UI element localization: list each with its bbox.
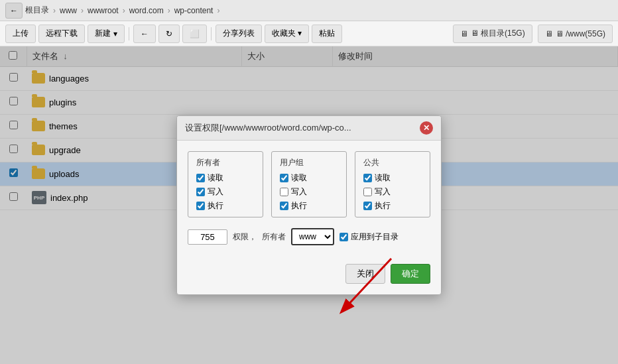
breadcrumb-www: www <box>58 6 78 15</box>
breadcrumb-sep-1: › <box>80 6 85 15</box>
upload-button[interactable]: 上传 <box>5 25 36 43</box>
owner-group-title: 所有者 <box>196 157 255 168</box>
breadcrumb-sep-3: › <box>166 6 172 15</box>
refresh-button[interactable]: ↻ <box>158 25 180 43</box>
owner-prefix-label: 所有者 <box>262 231 286 243</box>
disk1-label: 🖥 根目录(15G) <box>471 28 525 39</box>
new-dropdown-icon: ▾ <box>113 29 117 38</box>
user-execute-item: 执行 <box>280 200 338 212</box>
breadcrumb-sep-4: › <box>216 6 221 15</box>
disk1-icon: 🖥 <box>460 29 468 38</box>
public-write-item: 写入 <box>363 186 422 198</box>
disk2-info: 🖥 🖥 /www(55G) <box>538 25 613 43</box>
public-execute-checkbox[interactable] <box>363 202 372 210</box>
public-write-label: 写入 <box>375 186 391 198</box>
disk2-label: 🖥 /www(55G) <box>556 29 605 38</box>
owner-write-label: 写入 <box>208 186 223 198</box>
new-label: 新建 <box>95 28 111 39</box>
disk-info-area: 🖥 🖥 根目录(15G) 🖥 🖥 /www(55G) <box>453 25 613 43</box>
owner-read-checkbox[interactable] <box>196 174 205 182</box>
public-read-checkbox[interactable] <box>363 174 372 182</box>
apply-sub-label: 应用到子目录 <box>351 231 399 243</box>
user-write-label: 写入 <box>291 186 307 198</box>
toolbar-separator-2 <box>211 27 212 40</box>
owner-execute-checkbox[interactable] <box>196 202 205 210</box>
owner-execute-label: 执行 <box>208 200 223 212</box>
breadcrumb-sep-2: › <box>121 6 127 15</box>
user-read-item: 读取 <box>280 172 338 184</box>
owner-read-item: 读取 <box>196 172 255 184</box>
apply-sub-checkbox[interactable] <box>340 233 348 241</box>
owner-read-label: 读取 <box>208 172 223 184</box>
public-group: 公共 读取 写入 执行 <box>355 151 430 217</box>
user-group-title: 用户组 <box>280 157 338 168</box>
breadcrumb-bar: ← 根目录 › www › wwwroot › word.com › wp-co… <box>0 0 618 21</box>
nav-back-button[interactable]: ← <box>133 25 156 43</box>
perm-code-suffix: 权限， <box>233 231 257 243</box>
perm-code-input[interactable] <box>188 229 227 245</box>
user-execute-label: 执行 <box>291 200 307 212</box>
favorites-button[interactable]: 收藏夹 ▾ <box>265 25 309 43</box>
public-group-title: 公共 <box>363 157 422 168</box>
toolbar-separator-1 <box>129 27 129 40</box>
public-execute-item: 执行 <box>363 200 422 212</box>
public-read-item: 读取 <box>363 172 422 184</box>
red-arrow <box>325 252 404 318</box>
disk2-icon: 🖥 <box>545 29 553 38</box>
owner-execute-item: 执行 <box>196 200 255 212</box>
public-execute-label: 执行 <box>375 200 391 212</box>
breadcrumb-wordcom: word.com <box>128 6 165 15</box>
modal-close-button[interactable]: ✕ <box>420 121 433 135</box>
user-read-checkbox[interactable] <box>280 174 288 182</box>
owner-write-item: 写入 <box>196 186 255 198</box>
back-button[interactable]: ← <box>5 3 23 19</box>
remote-download-button[interactable]: 远程下载 <box>38 25 85 43</box>
permissions-groups: 所有者 读取 写入 执行 <box>188 151 430 217</box>
owner-select[interactable]: www root nginx <box>291 228 334 245</box>
modal-body: 所有者 读取 写入 执行 <box>177 141 441 264</box>
public-read-label: 读取 <box>375 172 391 184</box>
paste-button[interactable]: 粘贴 <box>312 25 342 43</box>
apply-sub-row: 应用到子目录 <box>340 231 399 243</box>
footer-row: 权限， 所有者 www root nginx 应用到子目录 <box>188 228 430 245</box>
user-write-item: 写入 <box>280 186 338 198</box>
breadcrumb-wwwroot: wwwroot <box>86 6 120 15</box>
modal-title: 设置权限[/www/wwwroot/word.com/wp-co... <box>185 122 351 134</box>
owner-group: 所有者 读取 写入 执行 <box>188 151 263 217</box>
file-list-area: 文件名 ↓ 大小 修改时间 langua <box>0 46 618 364</box>
new-button[interactable]: 新建 ▾ <box>88 25 125 43</box>
user-group: 用户组 读取 写入 执行 <box>271 151 347 217</box>
owner-write-checkbox[interactable] <box>196 188 205 196</box>
user-read-label: 读取 <box>291 172 307 184</box>
user-execute-checkbox[interactable] <box>280 202 288 210</box>
modal-overlay: 设置权限[/www/wwwroot/word.com/wp-co... ✕ 所有… <box>0 46 618 364</box>
breadcrumb-root: 根目录 <box>24 5 50 16</box>
breadcrumb-sep-0: › <box>52 6 57 15</box>
favorites-label: 收藏夹 ▾ <box>272 28 302 39</box>
share-list-button[interactable]: 分享列表 <box>216 25 262 43</box>
user-write-checkbox[interactable] <box>280 188 288 196</box>
disk1-info: 🖥 🖥 根目录(15G) <box>453 25 532 43</box>
public-write-checkbox[interactable] <box>363 188 372 196</box>
modal-header: 设置权限[/www/wwwroot/word.com/wp-co... ✕ <box>177 116 441 141</box>
screenshot-button[interactable]: ⬜ <box>182 25 207 43</box>
toolbar: 上传 远程下载 新建 ▾ ← ↻ ⬜ 分享列表 收藏夹 ▾ 粘贴 🖥 🖥 根目录… <box>0 21 618 46</box>
svg-line-1 <box>345 259 391 308</box>
breadcrumb-wpcontent: wp-content <box>173 6 215 15</box>
